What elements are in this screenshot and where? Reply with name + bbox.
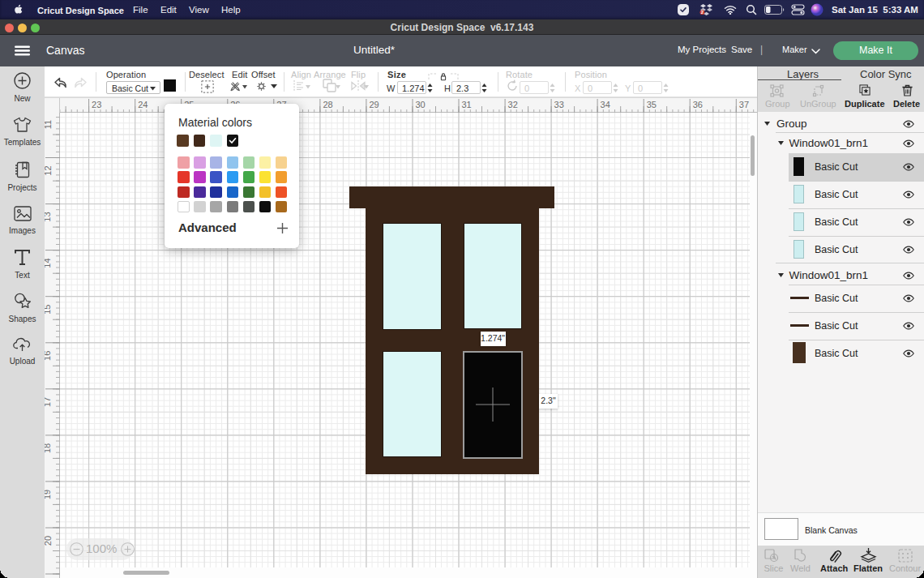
svg-text:19: 19 [45,490,53,499]
svg-text:37: 37 [739,100,749,109]
svg-text:13: 13 [45,212,53,221]
svg-text:20: 20 [45,536,53,546]
svg-text:15: 15 [45,305,53,315]
svg-text:14: 14 [45,258,53,268]
svg-text:29: 29 [369,100,379,109]
svg-text:28: 28 [323,100,332,109]
svg-text:34: 34 [601,100,610,109]
svg-text:32: 32 [508,100,518,109]
svg-text:16: 16 [45,351,53,361]
svg-text:11: 11 [45,120,53,129]
svg-text:36: 36 [693,100,703,109]
svg-text:30: 30 [416,100,426,109]
svg-text:17: 17 [45,397,53,407]
svg-text:33: 33 [554,100,564,109]
svg-text:2: 2 [701,10,704,15]
svg-text:12: 12 [45,165,53,175]
svg-text:24: 24 [138,100,148,109]
svg-text:31: 31 [462,100,472,109]
svg-text:23: 23 [92,100,101,109]
svg-text:35: 35 [647,100,657,109]
svg-text:18: 18 [45,443,53,453]
